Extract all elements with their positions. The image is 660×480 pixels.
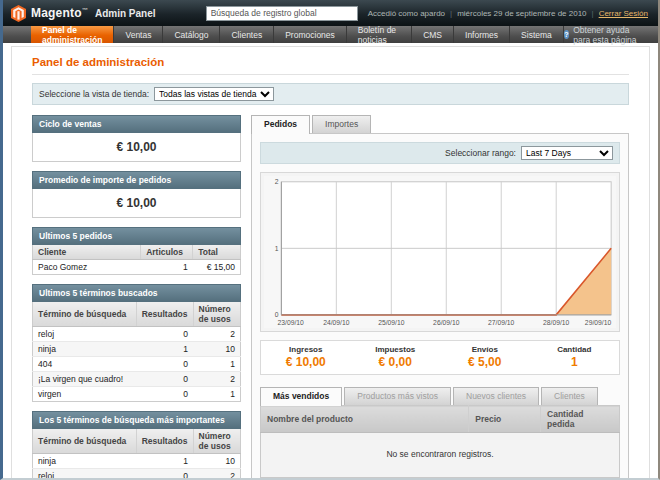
last-search-terms-widget: Ultimos 5 términos buscados Término de b… [32,284,241,402]
nav-item-sales[interactable]: Ventas [114,26,163,43]
get-help-link[interactable]: ? Obtener ayuda para esta página [564,26,658,43]
nav-item-cms[interactable]: CMS [412,26,454,43]
last-orders-widget: Ultimos 5 pedidos Cliente Articulos Tota… [32,227,241,275]
tab-customers[interactable]: Clientes [541,387,598,405]
tab-new-customers[interactable]: Nuevos clientes [453,387,539,405]
nav-item-catalog[interactable]: Catálogo [163,26,220,43]
total-value: € 5,00 [440,355,530,369]
tab-orders[interactable]: Pedidos [251,115,310,134]
page-title: Panel de administración [32,53,629,75]
nav-item-dashboard[interactable]: Panel de administración [31,26,114,43]
svg-text:26/09/10: 26/09/10 [433,319,460,326]
nav-item-promotions[interactable]: Promociones [274,26,347,43]
current-date: miércoles 29 de septiembre de 2010 [457,9,586,18]
svg-text:24/09/10: 24/09/10 [323,319,350,326]
nav-item-customers[interactable]: Clientes [220,26,274,43]
total-quantity: Cantidad 1 [530,345,620,369]
global-search-input[interactable] [206,6,358,21]
total-value: € 10,00 [261,355,351,369]
column-header: Término de búsqueda [33,429,137,454]
tab-amounts[interactable]: Importes [312,115,371,133]
store-view-label: Seleccione la vista de tienda: [39,89,149,99]
store-view-select[interactable]: Todas las vistas de tienda [154,87,274,101]
session-info: Accedió como apardo | miércoles 29 de se… [368,9,648,18]
magento-logo-icon [11,5,26,22]
search-term-row[interactable]: ¡La virgen que cuadro! 0 2 [33,372,241,387]
diagram-tabs: Pedidos Importes [251,115,629,133]
average-order-widget: Promedio de importe de pedidos € 10,00 [32,171,241,218]
svg-text:2: 2 [275,178,279,185]
nav-item-newsletter[interactable]: Boletín de noticias [347,26,412,43]
total-value: 1 [530,355,620,369]
widget-title: Ultimos 5 pedidos [32,227,241,245]
total-value: € 0,00 [351,355,441,369]
uses-count: 10 [193,454,240,469]
nav-item-reports[interactable]: Informes [454,26,510,43]
uses-count: 1 [193,387,240,402]
grids-tabs: Más vendidos Productos más vistos Nuevos… [260,387,620,405]
nav-item-system[interactable]: Sistema [510,26,564,43]
total-revenue: Ingresos € 10,00 [261,345,351,369]
results-count: 0 [136,372,193,387]
results-count: 0 [136,469,193,480]
magento-logo: Magento™ Admin Panel [11,5,156,22]
search-term: 404 [33,357,137,372]
total-label: Ingresos [261,345,351,354]
items-count: 1 [141,260,193,275]
uses-count: 2 [193,469,240,480]
customer-name: Paco Gomez [33,260,141,275]
column-header: Nombre del producto [261,406,469,433]
search-term-row[interactable]: reloj 0 2 [33,469,241,480]
column-header: Término de búsqueda [33,302,137,327]
svg-text:28/09/10: 28/09/10 [543,319,570,326]
app-title: Admin Panel [95,8,156,19]
orders-chart: 01223/09/1024/09/1025/09/1026/09/1027/09… [260,172,620,332]
dashboard-right-column: Pedidos Importes Seleccionar rango: Last… [251,115,629,480]
top-search-terms-widget: Los 5 términos de búsqueda más important… [32,411,241,480]
order-row[interactable]: Paco Gomez 1 € 15,00 [33,260,241,275]
content-area: Panel de administración Seleccione la vi… [11,46,650,480]
uses-count: 1 [193,357,240,372]
logo-wordmark: Magento™ [31,6,88,20]
total-label: Envíos [440,345,530,354]
column-header: Cantidad pedida [541,406,620,433]
store-view-switcher: Seleccione la vista de tienda: Todas las… [32,83,629,105]
empty-grid-message: No se encontraron registros. [261,433,620,478]
column-header: Total [193,245,241,260]
search-term-row[interactable]: ninja 1 10 [33,454,241,469]
search-term: reloj [33,469,137,480]
order-total: € 15,00 [193,260,241,275]
logout-link[interactable]: Cerrar Sesión [599,9,648,18]
range-select[interactable]: Last 7 Days [521,146,613,160]
svg-text:27/09/10: 27/09/10 [488,319,515,326]
logged-in-as: Accedió como apardo [368,9,445,18]
trademark-symbol: ™ [82,7,88,13]
svg-text:23/09/10: 23/09/10 [278,319,305,326]
total-label: Cantidad [530,345,620,354]
results-count: 1 [136,342,193,357]
help-icon: ? [564,30,569,39]
search-term-row[interactable]: ninja 1 10 [33,342,241,357]
column-header: Número de usos [193,429,240,454]
widget-title: Los 5 términos de búsqueda más important… [32,411,241,429]
results-count: 0 [136,357,193,372]
total-shipping: Envíos € 5,00 [440,345,530,369]
search-term: ninja [33,454,137,469]
search-term-row[interactable]: reloj 0 2 [33,327,241,342]
results-count: 0 [136,327,193,342]
range-selector-bar: Seleccionar rango: Last 7 Days [260,142,620,164]
magento-admin-window: Magento™ Admin Panel Accedió como apardo… [0,0,660,480]
dashboard-left-column: Ciclo de ventas € 10,00 Promedio de impo… [32,115,241,480]
separator: | [592,9,594,18]
column-header: Precio [469,406,541,433]
tab-bestsellers[interactable]: Más vendidos [260,387,342,406]
search-term-row[interactable]: virgen 0 1 [33,387,241,402]
widget-title: Ultimos 5 términos buscados [32,284,241,302]
get-help-label: Obtener ayuda para esta página [573,25,646,45]
average-order-value: € 10,00 [32,189,241,218]
tab-most-viewed[interactable]: Productos más vistos [344,387,451,405]
search-term-row[interactable]: 404 0 1 [33,357,241,372]
search-term: virgen [33,387,137,402]
column-header: Resultados [136,429,193,454]
widget-title: Promedio de importe de pedidos [32,171,241,189]
